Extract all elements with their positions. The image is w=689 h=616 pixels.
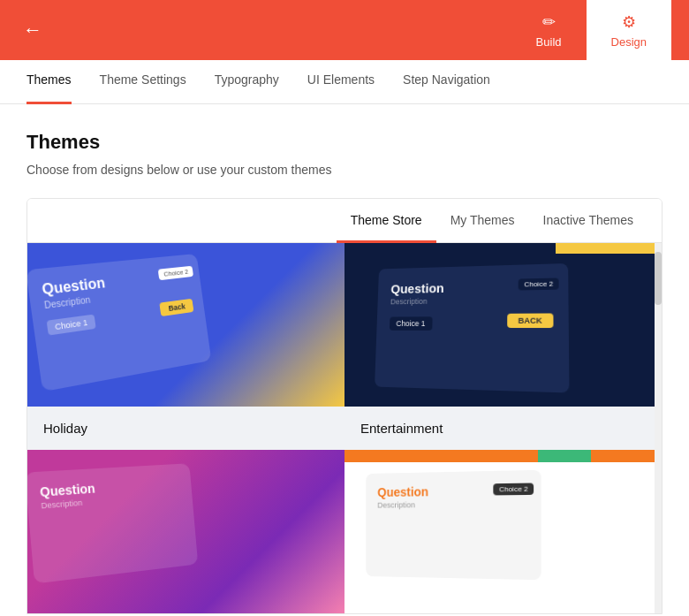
gear-icon: ⚙ xyxy=(622,12,636,32)
theme-preview-purple: Question Description xyxy=(27,450,344,613)
theme-card-purple[interactable]: Question Description xyxy=(27,450,344,613)
theme-tab-my-themes[interactable]: My Themes xyxy=(436,199,529,243)
header-tabs: ✏ Build ⚙ Design xyxy=(511,0,671,60)
theme-tabs: Theme Store My Themes Inactive Themes xyxy=(27,199,662,243)
back-icon: ← xyxy=(23,19,42,42)
theme-card-holiday[interactable]: Question Description Choice 1 Back Choic… xyxy=(27,243,344,450)
theme-card-orange[interactable]: Question Description Choice 2 xyxy=(344,450,662,613)
build-icon: ✏ xyxy=(542,12,556,32)
page-title: Themes xyxy=(26,131,662,154)
theme-label-entertainment: Entertainment xyxy=(344,407,662,450)
page-subtitle: Choose from designs below or use your cu… xyxy=(26,163,662,177)
theme-preview-holiday: Question Description Choice 1 Back Choic… xyxy=(27,243,344,407)
theme-tab-inactive[interactable]: Inactive Themes xyxy=(529,199,647,243)
scroll-thumb xyxy=(655,252,662,305)
back-button[interactable]: ← xyxy=(18,13,48,47)
sub-nav-typography[interactable]: Typography xyxy=(215,60,279,104)
main-content: Themes Choose from designs below or use … xyxy=(0,104,689,614)
sub-nav-step-navigation[interactable]: Step Navigation xyxy=(403,60,490,104)
header: ← ✏ Build ⚙ Design xyxy=(0,0,689,60)
tab-build[interactable]: ✏ Build xyxy=(511,0,587,60)
sub-nav-theme-settings[interactable]: Theme Settings xyxy=(100,60,186,104)
theme-card-entertainment[interactable]: Question Description Choice 1 BACK Choic… xyxy=(344,243,662,450)
theme-label-holiday: Holiday xyxy=(27,407,344,450)
design-label: Design xyxy=(611,35,647,49)
tab-design[interactable]: ⚙ Design xyxy=(587,0,671,60)
sub-nav-themes[interactable]: Themes xyxy=(26,60,72,104)
theme-grid: Question Description Choice 1 Back Choic… xyxy=(27,243,662,613)
theme-tabs-container: Theme Store My Themes Inactive Themes Qu… xyxy=(26,198,662,614)
build-label: Build xyxy=(536,35,562,49)
sub-nav: Themes Theme Settings Typography UI Elem… xyxy=(0,60,689,104)
theme-preview-entertainment: Question Description Choice 1 BACK Choic… xyxy=(344,243,662,407)
scroll-track[interactable] xyxy=(655,243,662,613)
theme-preview-orange: Question Description Choice 2 xyxy=(344,450,662,613)
sub-nav-ui-elements[interactable]: UI Elements xyxy=(307,60,375,104)
theme-tab-store[interactable]: Theme Store xyxy=(337,199,436,243)
theme-grid-wrapper: Question Description Choice 1 Back Choic… xyxy=(27,243,662,613)
